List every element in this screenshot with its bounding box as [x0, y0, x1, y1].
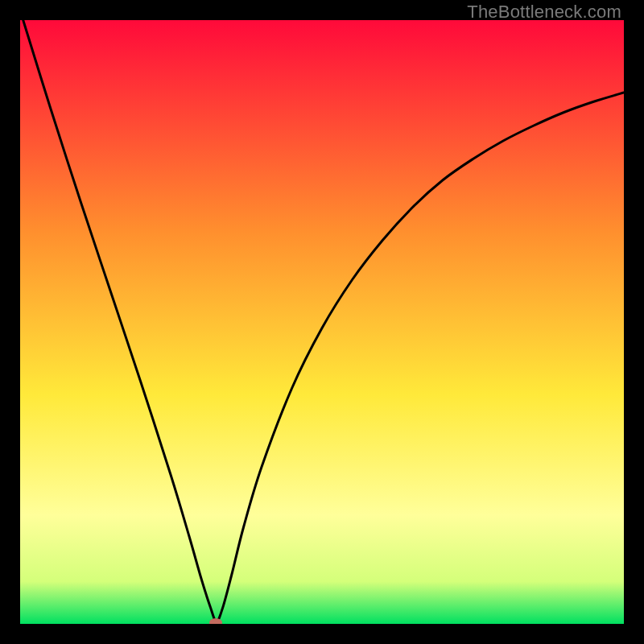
watermark-text: TheBottleneck.com [467, 2, 621, 23]
chart-svg [20, 20, 624, 624]
chart-frame: TheBottleneck.com [0, 0, 644, 644]
plot-area [20, 20, 624, 624]
gradient-background [20, 20, 624, 624]
